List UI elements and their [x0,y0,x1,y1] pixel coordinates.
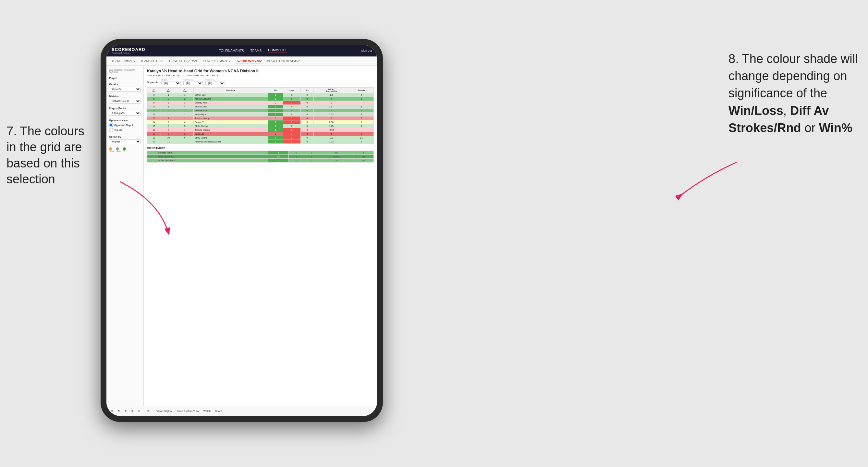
cell-win: 1 [268,105,283,109]
ood-cell-loss: 0 [289,151,304,155]
ood-table-row: NAIA Division 1 15 0 0 9.267 30 [147,155,374,159]
subnav-team-h2h-grid[interactable]: TEAM H2H GRID [141,58,163,64]
nav-links: TOURNAMENTS TEAMS COMMITTEE [219,49,288,53]
toolbar-save-custom[interactable]: Save Custom View [176,409,200,413]
sidebar-division-section: Division NCAA Division III [109,95,141,103]
toolbar-paste[interactable]: ⊡ [137,409,142,413]
cell-loss: 2 [283,120,301,124]
division-select[interactable]: NCAA Division III [109,99,141,103]
subnav-player-summary[interactable]: PLAYER SUMMARY [204,58,230,64]
cell-rounds: 3 [349,97,374,101]
cell-diff: -0.94 [314,128,349,132]
ood-cell-opponent: Foreign Team [157,151,268,155]
toolbar-refresh[interactable]: ⟳ [146,409,151,413]
cell-div: 6 [147,101,161,105]
toolbar-redo2[interactable]: ↻ [123,409,128,413]
cell-opponent: Federica Domecq Lacroze [193,140,268,144]
cell-div: 5 [147,97,161,101]
cell-opponent: Esther Lee [193,93,268,97]
cell-loss: 1 [283,140,301,144]
cell-loss: 0 [283,109,301,113]
table-row: 10 6 3 Andrea York 2 0 0 4 4 [147,109,374,113]
cell-div: 11 [147,113,161,117]
cell-conf: 1 [176,113,193,117]
table-row: 5 2 2 Alexis Sudjianto 1 0 0 4 3 [147,97,374,101]
cell-rounds: 2 [349,132,374,136]
cell-win: 1 [268,97,283,101]
nav-logo: SCOREBOARD Powered by clippd [112,47,145,54]
ood-cell-win: 15 [268,155,288,159]
sign-out-link[interactable]: Sign out [361,49,372,52]
subnav-player-h2h-grid[interactable]: PLAYER H2H GRID [236,58,262,64]
toolbar-redo[interactable]: ↻ [117,409,121,413]
cell-reg: 11 [161,113,176,117]
cell-div: 20 [147,140,161,144]
toolbar-undo[interactable]: ↺ [110,409,115,413]
toolbar-copy[interactable]: ⊞ [130,409,135,413]
cell-opponent: Emily Chang [193,136,268,140]
player-rank-select[interactable]: 8. Katelyn Vo [109,111,141,116]
table-row: 19 10 6 Emily Chang 4 1 0 0.3 11 [147,136,374,140]
subnav-team-h2h-heatmap[interactable]: TEAM H2H HEATMAP [169,58,198,64]
cell-diff: -1 [314,101,349,105]
cell-win: 1 [268,113,283,117]
filter-conference: Conference (All) [183,79,203,85]
out-of-division-table: Foreign Team 1 0 0 4.5 2 NAIA Division 1… [147,151,374,163]
cell-reg: 1 [161,117,176,120]
opponents-filter: Opponents: Region (All) Conference (All) [147,79,374,85]
cell-rounds: 6 [349,140,374,144]
cell-diff: 0.38 [314,120,349,124]
cell-opponent: Jessica Huang [193,117,268,120]
tablet-screen: SCOREBOARD Powered by clippd TOURNAMENTS… [106,45,377,416]
ood-cell-diff: 9.267 [319,155,353,159]
gender-select[interactable]: Women's [109,87,141,92]
cell-reg: 3 [161,101,176,105]
col-header-reg: #Reg [161,88,176,93]
conference-filter-select[interactable]: (All) [183,81,203,85]
filter-opponent: Opponent (All) [206,79,225,85]
region-filter-select[interactable]: (All) [161,81,181,85]
cell-conf: 4 [176,120,193,124]
toolbar-view-original[interactable]: View: Original [155,409,174,413]
cell-opponent: Alexis Sudjianto [193,97,268,101]
cell-opponent: Heejo Hyun [193,113,268,117]
table-row: 20 11 7 Federica Domecq Lacroze 2 1 0 1.… [147,140,374,144]
subnav-team-summary[interactable]: TEAM SUMMARY [112,58,135,64]
bottom-toolbar: ↺ ↻ ↻ ⊞ ⊡ ⟳ View: Original Save Custom V… [106,406,377,416]
cell-win: 1 [268,124,283,128]
cell-div: 15 [147,124,161,128]
nav-tournaments[interactable]: TOURNAMENTS [219,49,244,53]
subnav-player-h2h-heatmap[interactable]: PLAYER H2H HEATMAP [267,58,300,64]
sidebar-gender-section: Gender Women's [109,83,141,92]
ood-table-row: Foreign Team 1 0 0 4.5 2 [147,151,374,155]
cell-conf: 3 [176,109,193,113]
cell-loss: 0 [283,97,301,101]
nav-teams[interactable]: TEAMS [250,49,261,53]
cell-rounds: 4 [349,124,374,128]
cell-loss: 0 [283,93,301,97]
toolbar-share[interactable]: Share [214,409,223,413]
cell-reg: 3 [161,128,176,132]
radio-top100[interactable]: Top 100 [109,128,141,132]
table-row: 15 8 5 Stella Cheng 1 0 0 1.25 4 [147,124,374,128]
cell-tie: 0 [301,132,313,136]
ood-cell-win: 1 [268,151,288,155]
nav-committee[interactable]: COMMITTEE [268,49,287,53]
colour-by-select[interactable]: Win/loss [109,139,141,144]
cell-tie: 0 [301,101,313,105]
radio-opponents-played[interactable]: Opponents Played [109,123,141,127]
cell-conf: 1 [176,93,193,97]
main-content: Last Updated: 27/03/2024 16:55:38 Player… [106,66,377,406]
col-header-div: #Div [147,88,161,93]
toolbar-watch[interactable]: Watch [202,409,212,413]
cell-rounds: 2 [349,117,374,120]
ood-cell-blank [147,155,157,159]
cell-tie: 0 [301,128,313,132]
opponent-filter-select[interactable]: (All) [206,81,225,85]
cell-loss: 1 [283,136,301,140]
cell-rounds: 3 [349,105,374,109]
cell-opponent: Stella Cheng [193,124,268,128]
cell-div: 18 [147,132,161,136]
cell-diff: 1.5 [314,93,349,97]
app-container: SCOREBOARD Powered by clippd TOURNAMENTS… [106,45,377,416]
